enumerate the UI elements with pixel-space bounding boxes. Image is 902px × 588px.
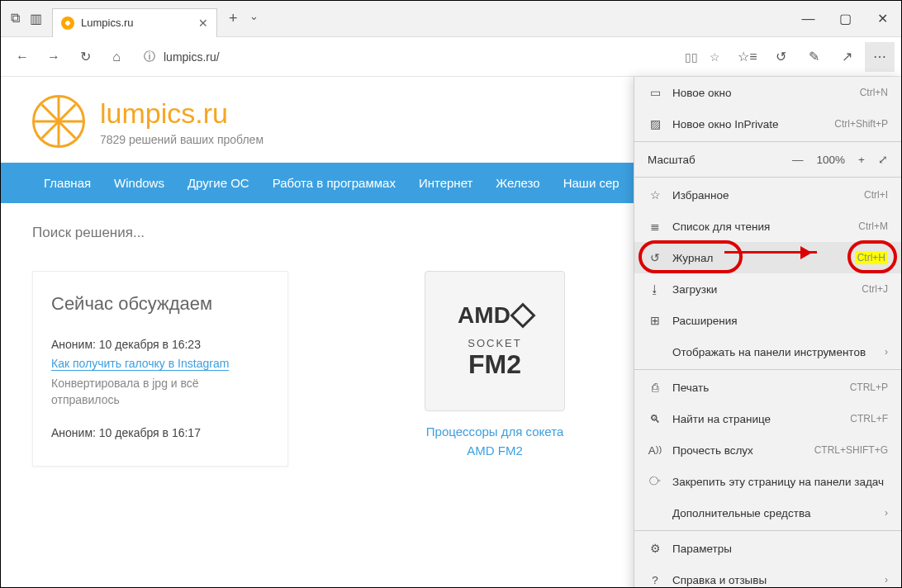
print-icon: ⎙	[648, 382, 662, 394]
comment-text: Конвертировала в jpg и всё отправилось	[51, 376, 269, 408]
window-icon: ▭	[648, 86, 662, 99]
menu-inprivate[interactable]: ▨ Новое окно InPrivate Ctrl+Shift+P	[634, 108, 901, 140]
nav-internet[interactable]: Интернет	[407, 163, 484, 203]
comment-author: Аноним: 10 декабря в 16:17	[51, 426, 269, 439]
settings-menu: ▭ Новое окно Ctrl+N ▨ Новое окно InPriva…	[634, 77, 901, 588]
comment-link[interactable]: Как получить галочку в Instagram	[51, 357, 229, 371]
history-icon[interactable]: ↺	[766, 42, 795, 72]
menu-pin[interactable]: ⧂ Закрепить эту страницу на панели задач	[634, 466, 901, 497]
chevron-right-icon: ›	[885, 507, 888, 519]
download-icon: ⭳	[648, 283, 662, 296]
annotation-arrow	[724, 251, 817, 254]
site-subtitle: 7829 решений ваших проблем	[100, 133, 263, 146]
extension-icon: ⊞	[648, 314, 662, 327]
help-icon: ?	[648, 574, 662, 586]
nav-home[interactable]: Главная	[32, 163, 102, 203]
more-button[interactable]: ⋯	[865, 42, 895, 72]
read-aloud-icon: A))	[648, 444, 662, 457]
nav-programs[interactable]: Работа в программах	[261, 163, 407, 203]
browser-tab[interactable]: Lumpics.ru ✕	[52, 8, 217, 37]
menu-settings[interactable]: ⚙ Параметры	[634, 533, 901, 564]
menu-extensions[interactable]: ⊞ Расширения	[634, 305, 901, 336]
article-card: AMD SOCKET FM2 Процессоры для сокетаAMD …	[404, 271, 586, 467]
fullscreen-icon[interactable]: ⤢	[878, 153, 888, 166]
page-content: lumpics.ru 7829 решений ваших проблем Гл…	[1, 77, 901, 587]
new-tab-button[interactable]: +	[229, 10, 238, 27]
history-icon: ↺	[648, 251, 662, 264]
site-logo-icon	[32, 95, 85, 148]
menu-find[interactable]: 🔍︎ Найти на странице CTRL+F	[634, 403, 901, 434]
article-image: AMD SOCKET FM2	[425, 271, 565, 411]
favorites-hub-icon[interactable]: ☆≡	[733, 42, 762, 72]
tab-preview-icon[interactable]: ⧉	[11, 11, 20, 26]
reading-view-icon[interactable]: ▯▯	[685, 50, 698, 64]
maximize-button[interactable]: ▢	[827, 1, 864, 37]
favorite-star-icon[interactable]: ☆	[710, 50, 720, 64]
menu-reading-list[interactable]: ≣ Список для чтения Ctrl+M	[634, 211, 901, 242]
discuss-title: Сейчас обсуждаем	[51, 293, 269, 315]
tab-actions: ⧉ ▥	[1, 11, 52, 26]
history-shortcut: Ctrl+H	[855, 251, 888, 264]
notes-icon[interactable]: ✎	[799, 42, 828, 72]
menu-more-tools[interactable]: Дополнительные средства ›	[634, 497, 901, 529]
comment-author: Аноним: 10 декабря в 16:23	[51, 338, 269, 351]
new-tab-controls: + ⌄	[217, 10, 270, 27]
nav-windows[interactable]: Windows	[102, 163, 176, 203]
home-button[interactable]: ⌂	[102, 42, 131, 72]
menu-show-toolbar[interactable]: Отображать на панели инструментов ›	[634, 336, 901, 368]
close-tab-icon[interactable]: ✕	[198, 17, 208, 30]
site-name: lumpics.ru	[100, 97, 263, 130]
set-aside-icon[interactable]: ▥	[30, 11, 42, 26]
address-bar[interactable]: ⓘ lumpics.ru/ ▯▯ ☆	[136, 43, 728, 71]
menu-read-aloud[interactable]: A)) Прочесть вслух CTRL+SHIFT+G	[634, 434, 901, 466]
tab-title: Lumpics.ru	[81, 17, 192, 29]
nav-hardware[interactable]: Железо	[484, 163, 551, 203]
zoom-in-button[interactable]: +	[858, 154, 865, 166]
minimize-button[interactable]: —	[790, 1, 827, 37]
list-icon: ≣	[648, 220, 662, 233]
favicon-icon	[61, 17, 74, 30]
chevron-right-icon: ›	[885, 346, 888, 358]
menu-print[interactable]: ⎙ Печать CTRL+P	[634, 372, 901, 403]
close-window-button[interactable]: ✕	[864, 1, 901, 37]
share-icon[interactable]: ↗	[832, 42, 862, 72]
star-icon: ☆	[648, 188, 662, 202]
gear-icon: ⚙	[648, 542, 662, 555]
menu-help[interactable]: ? Справка и отзывы ›	[634, 564, 901, 588]
url-text: lumpics.ru/	[164, 50, 220, 64]
menu-favorites[interactable]: ☆ Избранное Ctrl+I	[634, 179, 901, 211]
chevron-right-icon: ›	[885, 574, 888, 586]
window-controls: — ▢ ✕	[790, 1, 901, 37]
menu-zoom: Масштаб — 100% + ⤢	[634, 144, 901, 175]
back-button[interactable]: ←	[7, 42, 37, 72]
toolbar: ← → ↻ ⌂ ⓘ lumpics.ru/ ▯▯ ☆ ☆≡ ↺ ✎ ↗ ⋯	[1, 37, 901, 77]
nav-other-os[interactable]: Другие ОС	[176, 163, 261, 203]
tab-chevron-icon[interactable]: ⌄	[249, 10, 259, 27]
zoom-value: 100%	[817, 154, 846, 166]
menu-history[interactable]: ↺ Журнал Ctrl+H	[634, 242, 901, 273]
article-link[interactable]: Процессоры для сокетаAMD FM2	[404, 423, 586, 460]
zoom-out-button[interactable]: —	[792, 154, 804, 166]
forward-button[interactable]: →	[39, 42, 69, 72]
inprivate-icon: ▨	[648, 117, 662, 130]
menu-downloads[interactable]: ⭳ Загрузки Ctrl+J	[634, 273, 901, 305]
pin-icon: ⧂	[648, 475, 662, 488]
menu-new-window[interactable]: ▭ Новое окно Ctrl+N	[634, 77, 901, 108]
refresh-button[interactable]: ↻	[70, 42, 100, 72]
titlebar: ⧉ ▥ Lumpics.ru ✕ + ⌄ — ▢ ✕	[1, 1, 901, 37]
site-info-icon[interactable]: ⓘ	[144, 50, 155, 64]
discuss-card: Сейчас обсуждаем Аноним: 10 декабря в 16…	[32, 271, 288, 467]
nav-services[interactable]: Наши сер	[552, 163, 631, 203]
search-icon: 🔍︎	[648, 413, 662, 425]
